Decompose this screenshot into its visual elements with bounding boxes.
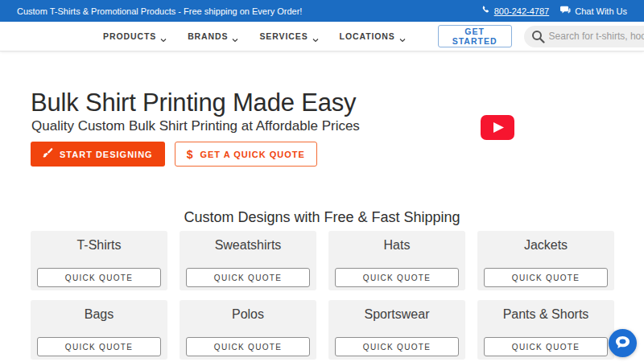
chevron-down-icon	[399, 35, 406, 39]
category-card-sweatshirts[interactable]: Sweatshirts QUICK QUOTE	[180, 231, 316, 290]
category-grid: T-Shirts QUICK QUOTE Sweatshirts QUICK Q…	[31, 231, 614, 360]
category-card-bags[interactable]: Bags QUICK QUOTE	[31, 300, 167, 360]
quick-quote-button[interactable]: QUICK QUOTE	[37, 268, 161, 287]
nav-item-label: SERVICES	[259, 31, 308, 41]
category-title: Sweatshirts	[180, 231, 316, 253]
section-heading: Custom Designs with Free & Fast Shipping	[0, 209, 644, 226]
quick-quote-button[interactable]: QUICK QUOTE	[186, 268, 310, 287]
get-quick-quote-button[interactable]: $ GET A QUICK QUOTE	[175, 142, 317, 167]
hero-buttons: START DESIGNING $ GET A QUICK QUOTE	[31, 142, 317, 167]
start-designing-button[interactable]: START DESIGNING	[31, 142, 165, 167]
phone-number: 800-242-4787	[494, 6, 550, 16]
category-title: Polos	[180, 300, 316, 322]
main-navbar: PRODUCTS BRANDS SERVICES LOCATIONS GET S…	[0, 22, 644, 51]
hero-subtitle: Quality Custom Bulk Shirt Printing at Af…	[31, 118, 360, 134]
get-quick-quote-label: GET A QUICK QUOTE	[200, 150, 304, 159]
quick-quote-button[interactable]: QUICK QUOTE	[37, 337, 161, 356]
category-title: T-Shirts	[31, 231, 167, 253]
nav-item-label: PRODUCTS	[103, 31, 156, 41]
nav-item-brands[interactable]: BRANDS	[188, 31, 238, 41]
quick-quote-button[interactable]: QUICK QUOTE	[484, 337, 608, 356]
promo-text: Custom T-Shirts & Promotional Products -…	[17, 6, 302, 16]
quick-quote-button[interactable]: QUICK QUOTE	[186, 337, 310, 356]
top-promo-bar: Custom T-Shirts & Promotional Products -…	[0, 0, 644, 22]
video-play-button[interactable]	[481, 115, 514, 140]
phone-icon	[481, 6, 490, 16]
category-card-polos[interactable]: Polos QUICK QUOTE	[180, 300, 316, 360]
chat-label: Chat With Us	[575, 6, 627, 16]
chevron-down-icon	[160, 35, 167, 39]
topbar-right: 800-242-4787 Chat With Us	[481, 6, 627, 16]
category-title: Hats	[328, 231, 465, 253]
category-card-tshirts[interactable]: T-Shirts QUICK QUOTE	[31, 231, 167, 290]
nav-item-label: LOCATIONS	[340, 31, 395, 41]
quick-quote-button[interactable]: QUICK QUOTE	[484, 268, 608, 287]
hero-title: Bulk Shirt Printing Made Easy	[31, 88, 356, 117]
start-designing-label: START DESIGNING	[60, 150, 153, 159]
chevron-down-icon	[312, 35, 319, 39]
nav-item-services[interactable]: SERVICES	[259, 31, 318, 41]
chat-bubble-icon	[615, 335, 630, 352]
category-title: Jackets	[477, 231, 614, 253]
category-card-jackets[interactable]: Jackets QUICK QUOTE	[477, 231, 614, 290]
category-title: Bags	[31, 300, 167, 322]
search-box	[524, 26, 644, 47]
quick-quote-button[interactable]: QUICK QUOTE	[335, 268, 459, 287]
category-card-pants-shorts[interactable]: Pants & Shorts QUICK QUOTE	[477, 300, 614, 360]
chat-with-us-link[interactable]: Chat With Us	[560, 6, 627, 16]
chat-launcher-button[interactable]	[609, 329, 637, 357]
nav-item-locations[interactable]: LOCATIONS	[340, 31, 406, 41]
quick-quote-button[interactable]: QUICK QUOTE	[335, 337, 459, 356]
category-card-hats[interactable]: Hats QUICK QUOTE	[328, 231, 465, 290]
page: Custom T-Shirts & Promotional Products -…	[0, 0, 644, 362]
category-title: Sportswear	[328, 300, 465, 322]
search-icon	[531, 30, 545, 47]
chat-bubble-icon	[560, 6, 571, 16]
phone-link[interactable]: 800-242-4787	[481, 6, 550, 16]
dollar-icon: $	[187, 148, 194, 161]
paintbrush-icon	[43, 148, 53, 160]
nav-item-products[interactable]: PRODUCTS	[103, 31, 167, 41]
category-card-sportswear[interactable]: Sportswear QUICK QUOTE	[328, 300, 465, 360]
category-title: Pants & Shorts	[477, 300, 614, 322]
nav-item-label: BRANDS	[188, 31, 228, 41]
get-started-button[interactable]: GET STARTED	[438, 25, 512, 47]
chevron-down-icon	[232, 35, 238, 39]
play-icon	[481, 130, 514, 142]
